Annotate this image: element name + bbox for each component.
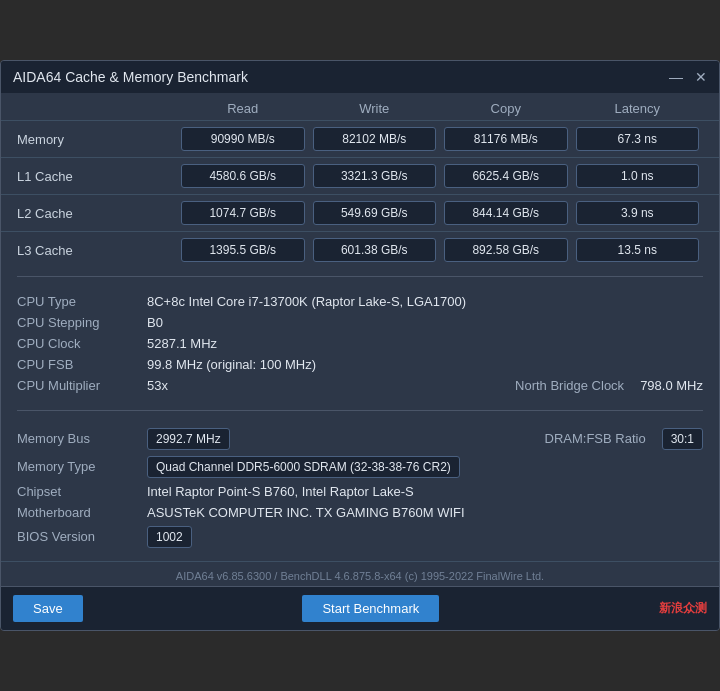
latency-value: 67.3 ns — [576, 127, 700, 151]
latency-value: 13.5 ns — [576, 238, 700, 262]
cpu-info-section: CPU Type 8C+8c Intel Core i7-13700K (Rap… — [1, 285, 719, 402]
memory-info-section: Memory Bus 2992.7 MHz DRAM:FSB Ratio 30:… — [1, 419, 719, 557]
titlebar: AIDA64 Cache & Memory Benchmark — ✕ — [1, 61, 719, 93]
copy-value: 6625.4 GB/s — [444, 164, 568, 188]
row-label: Memory — [17, 132, 177, 147]
divider-2 — [17, 410, 703, 411]
write-value: 601.38 GB/s — [313, 238, 437, 262]
memory-bus-value: 2992.7 MHz — [147, 428, 230, 450]
main-window: AIDA64 Cache & Memory Benchmark — ✕ Read… — [0, 60, 720, 631]
copy-value: 892.58 GB/s — [444, 238, 568, 262]
cpu-multiplier-left: CPU Multiplier 53x — [17, 378, 515, 393]
save-button[interactable]: Save — [13, 595, 83, 622]
motherboard-row: Motherboard ASUSTeK COMPUTER INC. TX GAM… — [17, 502, 703, 523]
window-title: AIDA64 Cache & Memory Benchmark — [13, 69, 248, 85]
cpu-clock-value: 5287.1 MHz — [147, 336, 217, 351]
benchmark-table: Memory 90990 MB/s 82102 MB/s 81176 MB/s … — [1, 120, 719, 268]
cpu-stepping-label: CPU Stepping — [17, 315, 147, 330]
bios-row: BIOS Version 1002 — [17, 523, 703, 551]
column-headers: Read Write Copy Latency — [1, 93, 719, 120]
col-write: Write — [309, 101, 441, 116]
col-latency: Latency — [572, 101, 704, 116]
write-value: 82102 MB/s — [313, 127, 437, 151]
memory-bus-row: Memory Bus 2992.7 MHz DRAM:FSB Ratio 30:… — [17, 425, 703, 453]
footer-text: AIDA64 v6.85.6300 / BenchDLL 4.6.875.8-x… — [1, 561, 719, 586]
memory-bus-left: Memory Bus 2992.7 MHz — [17, 428, 545, 450]
dram-fsb-right: DRAM:FSB Ratio 30:1 — [545, 428, 704, 450]
cpu-fsb-row: CPU FSB 99.8 MHz (original: 100 MHz) — [17, 354, 703, 375]
dram-fsb-label: DRAM:FSB Ratio — [545, 431, 646, 446]
watermark: 新浪众测 — [659, 600, 707, 617]
write-value: 3321.3 GB/s — [313, 164, 437, 188]
chipset-value: Intel Raptor Point-S B760, Intel Raptor … — [147, 484, 414, 499]
divider-1 — [17, 276, 703, 277]
read-value: 1074.7 GB/s — [181, 201, 305, 225]
memory-type-label: Memory Type — [17, 459, 147, 474]
cpu-type-row: CPU Type 8C+8c Intel Core i7-13700K (Rap… — [17, 291, 703, 312]
memory-type-row: Memory Type Quad Channel DDR5-6000 SDRAM… — [17, 453, 703, 481]
cpu-multiplier-label: CPU Multiplier — [17, 378, 147, 393]
cpu-type-value: 8C+8c Intel Core i7-13700K (Raptor Lake-… — [147, 294, 466, 309]
cpu-clock-row: CPU Clock 5287.1 MHz — [17, 333, 703, 354]
bios-label: BIOS Version — [17, 529, 147, 544]
write-value: 549.69 GB/s — [313, 201, 437, 225]
button-bar: Save Start Benchmark 新浪众测 — [1, 586, 719, 630]
motherboard-label: Motherboard — [17, 505, 147, 520]
nb-clock-label: North Bridge Clock — [515, 378, 624, 393]
start-benchmark-button[interactable]: Start Benchmark — [302, 595, 439, 622]
read-value: 1395.5 GB/s — [181, 238, 305, 262]
row-label: L3 Cache — [17, 243, 177, 258]
chipset-row: Chipset Intel Raptor Point-S B760, Intel… — [17, 481, 703, 502]
minimize-button[interactable]: — — [669, 70, 683, 84]
col-empty — [17, 101, 177, 116]
col-copy: Copy — [440, 101, 572, 116]
close-button[interactable]: ✕ — [695, 70, 707, 84]
nb-clock-value: 798.0 MHz — [640, 378, 703, 393]
read-value: 4580.6 GB/s — [181, 164, 305, 188]
cpu-nb-right: North Bridge Clock 798.0 MHz — [515, 378, 703, 393]
cpu-stepping-row: CPU Stepping B0 — [17, 312, 703, 333]
memory-type-value: Quad Channel DDR5-6000 SDRAM (32-38-38-7… — [147, 456, 460, 478]
table-row: L3 Cache 1395.5 GB/s 601.38 GB/s 892.58 … — [1, 231, 719, 268]
cpu-clock-label: CPU Clock — [17, 336, 147, 351]
titlebar-controls: — ✕ — [669, 70, 707, 84]
memory-bus-label: Memory Bus — [17, 431, 147, 446]
bios-value: 1002 — [147, 526, 192, 548]
latency-value: 1.0 ns — [576, 164, 700, 188]
cpu-multiplier-value: 53x — [147, 378, 168, 393]
dram-fsb-value: 30:1 — [662, 428, 703, 450]
cpu-fsb-value: 99.8 MHz (original: 100 MHz) — [147, 357, 316, 372]
col-read: Read — [177, 101, 309, 116]
cpu-multiplier-row: CPU Multiplier 53x North Bridge Clock 79… — [17, 375, 703, 396]
table-row: L1 Cache 4580.6 GB/s 3321.3 GB/s 6625.4 … — [1, 157, 719, 194]
read-value: 90990 MB/s — [181, 127, 305, 151]
chipset-label: Chipset — [17, 484, 147, 499]
latency-value: 3.9 ns — [576, 201, 700, 225]
table-row: L2 Cache 1074.7 GB/s 549.69 GB/s 844.14 … — [1, 194, 719, 231]
table-row: Memory 90990 MB/s 82102 MB/s 81176 MB/s … — [1, 120, 719, 157]
row-label: L2 Cache — [17, 206, 177, 221]
cpu-fsb-label: CPU FSB — [17, 357, 147, 372]
copy-value: 844.14 GB/s — [444, 201, 568, 225]
motherboard-value: ASUSTeK COMPUTER INC. TX GAMING B760M WI… — [147, 505, 465, 520]
copy-value: 81176 MB/s — [444, 127, 568, 151]
cpu-stepping-value: B0 — [147, 315, 163, 330]
cpu-type-label: CPU Type — [17, 294, 147, 309]
row-label: L1 Cache — [17, 169, 177, 184]
